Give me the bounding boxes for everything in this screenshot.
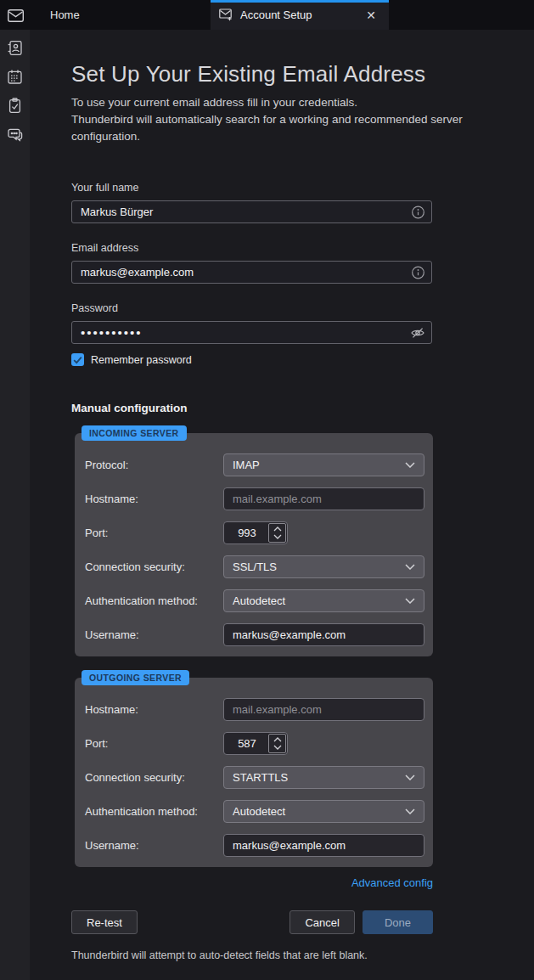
page-title: Set Up Your Existing Email Address <box>71 60 517 87</box>
incoming-hostname-input[interactable] <box>223 487 424 510</box>
outgoing-security-select[interactable]: STARTTLS <box>223 766 424 789</box>
chevron-down-icon <box>405 564 415 570</box>
outgoing-hostname-input[interactable] <box>223 698 424 721</box>
remember-password-checkbox[interactable] <box>71 353 84 366</box>
advanced-config-row: Advanced config <box>71 875 433 890</box>
outgoing-hostname-row: Hostname: <box>85 698 424 721</box>
chevron-down-icon <box>405 462 415 468</box>
fullname-input[interactable] <box>71 200 432 223</box>
tasks-icon[interactable] <box>7 97 24 114</box>
tab-home-label: Home <box>50 8 80 21</box>
username-label: Username: <box>85 839 223 852</box>
outgoing-security-row: Connection security: STARTTLS <box>85 766 424 789</box>
email-label: Email address <box>71 242 432 255</box>
incoming-protocol-select[interactable]: IMAP <box>223 453 424 476</box>
address-book-icon[interactable] <box>7 39 24 56</box>
hostname-label: Hostname: <box>85 703 223 716</box>
password-field-group: Password <box>71 302 432 344</box>
info-icon <box>411 265 425 279</box>
incoming-security-row: Connection security: SSL/TLS <box>85 555 424 578</box>
incoming-auth-row: Authentication method: Autodetect <box>85 589 424 612</box>
incoming-security-select[interactable]: SSL/TLS <box>223 555 424 578</box>
authentication-method-label: Authentication method: <box>85 594 223 607</box>
fullname-field-group: Your full name <box>71 182 432 223</box>
eye-slash-icon[interactable] <box>410 326 425 340</box>
tab-home[interactable]: Home <box>30 0 211 30</box>
incoming-server-badge: INCOMING SERVER <box>82 425 187 441</box>
port-label: Port: <box>85 527 223 539</box>
spinner-down-icon[interactable] <box>273 534 282 539</box>
authentication-method-label: Authentication method: <box>85 805 223 818</box>
password-label: Password <box>71 302 432 315</box>
info-icon <box>411 205 425 219</box>
outgoing-server-badge: OUTGOING SERVER <box>82 670 189 685</box>
password-input[interactable] <box>71 321 432 344</box>
port-label: Port: <box>85 737 223 750</box>
outgoing-auth-select[interactable]: Autodetect <box>223 800 424 823</box>
cancel-button[interactable]: Cancel <box>289 910 354 934</box>
subtitle-line1: To use your current email address fill i… <box>71 94 517 111</box>
incoming-port-row: Port: <box>85 521 424 544</box>
email-input[interactable] <box>71 261 432 284</box>
account-setup-view: Set Up Your Existing Email Address To us… <box>30 30 534 980</box>
retest-button[interactable]: Re-test <box>71 910 138 934</box>
outgoing-username-row: Username: <box>85 834 424 857</box>
email-field-group: Email address <box>71 242 432 284</box>
spinner-up-icon[interactable] <box>273 737 282 742</box>
subtitle-line2: Thunderbird will automatically search fo… <box>71 111 517 145</box>
chat-icon[interactable] <box>7 126 24 143</box>
chevron-down-icon <box>405 598 415 604</box>
chevron-down-icon <box>405 808 415 814</box>
outgoing-port-row: Port: <box>85 732 424 755</box>
remember-password-row: Remember password <box>71 353 517 366</box>
account-setup-envelope-icon <box>219 8 233 21</box>
outgoing-username-input[interactable] <box>223 834 424 857</box>
advanced-config-link[interactable]: Advanced config <box>351 876 433 889</box>
incoming-username-input[interactable] <box>223 623 424 646</box>
port-spinner <box>268 734 286 753</box>
incoming-hostname-row: Hostname: <box>85 487 424 510</box>
remember-password-label: Remember password <box>91 354 192 366</box>
protocol-label: Protocol: <box>85 459 223 471</box>
calendar-icon[interactable] <box>7 68 24 85</box>
incoming-server-panel: INCOMING SERVER Protocol: IMAP Hostname:… <box>75 433 433 656</box>
spinner-down-icon[interactable] <box>273 745 282 750</box>
close-icon[interactable]: ✕ <box>362 8 380 23</box>
spaces-toolbar <box>0 30 30 980</box>
connection-security-label: Connection security: <box>85 560 223 573</box>
incoming-auth-select[interactable]: Autodetect <box>223 589 424 612</box>
incoming-protocol-row: Protocol: IMAP <box>85 453 424 476</box>
autodetect-note: Thunderbird will attempt to auto-detect … <box>71 949 513 962</box>
username-label: Username: <box>85 628 223 641</box>
action-buttons-row: Re-test Cancel Done <box>71 910 433 934</box>
spinner-up-icon[interactable] <box>273 527 282 532</box>
manual-configuration-heading: Manual configuration <box>71 402 517 415</box>
chevron-down-icon <box>405 774 415 780</box>
mail-icon <box>7 7 25 25</box>
incoming-username-row: Username: <box>85 623 424 646</box>
tab-bar: Home Account Setup ✕ <box>0 0 534 30</box>
tab-account-setup[interactable]: Account Setup ✕ <box>211 0 389 30</box>
done-button[interactable]: Done <box>363 910 433 934</box>
tab-account-setup-label: Account Setup <box>240 8 312 21</box>
port-spinner <box>268 523 286 543</box>
fullname-label: Your full name <box>71 182 432 194</box>
outgoing-server-panel: OUTGOING SERVER Hostname: Port: Conn <box>75 678 433 867</box>
outgoing-auth-row: Authentication method: Autodetect <box>85 800 424 823</box>
mail-space-button[interactable] <box>6 6 25 25</box>
hostname-label: Hostname: <box>85 493 223 505</box>
active-tab-accent-line <box>211 0 389 3</box>
connection-security-label: Connection security: <box>85 771 223 784</box>
